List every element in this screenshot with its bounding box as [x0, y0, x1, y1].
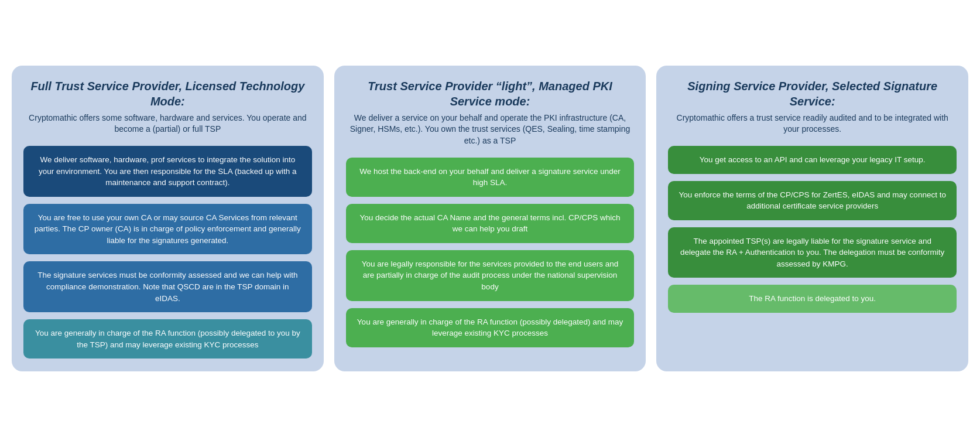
card-1-1: We deliver software, hardware, prof serv… [23, 146, 312, 197]
main-container: Full Trust Service Provider, Licensed Te… [12, 66, 968, 371]
card-1-3: The signature services must be conformit… [23, 261, 312, 312]
column-3-title: Signing Service Provider, Selected Signa… [668, 78, 957, 109]
card-2-2: You decide the actual CA Name and the ge… [346, 204, 635, 243]
card-3-1: You get access to an API and can leverag… [668, 146, 957, 174]
column-3-header: Signing Service Provider, Selected Signa… [668, 78, 957, 135]
column-1-header: Full Trust Service Provider, Licensed Te… [23, 78, 312, 135]
column-2-title: Trust Service Provider “light”, Managed … [346, 78, 635, 109]
card-2-1: We host the back-end on your behalf and … [346, 158, 635, 197]
column-1-title: Full Trust Service Provider, Licensed Te… [23, 78, 312, 109]
column-1-cards: We deliver software, hardware, prof serv… [23, 146, 312, 359]
card-3-2: You enforce the terms of the CP/CPS for … [668, 181, 957, 220]
column-2-desc: We deliver a service on your behalf and … [346, 112, 635, 147]
card-1-2: You are free to use your own CA or may s… [23, 204, 312, 255]
column-2: Trust Service Provider “light”, Managed … [334, 66, 646, 371]
column-3-cards: You get access to an API and can leverag… [668, 146, 957, 313]
column-2-header: Trust Service Provider “light”, Managed … [346, 78, 635, 147]
card-3-3: The appointed TSP(s) are legally liable … [668, 227, 957, 278]
column-1-desc: Cryptomathic offers some software, hardw… [23, 112, 312, 135]
column-1: Full Trust Service Provider, Licensed Te… [12, 66, 324, 371]
column-3-desc: Cryptomathic offers a trust service read… [668, 112, 957, 135]
card-2-3: You are legally responsible for the serv… [346, 250, 635, 301]
column-3: Signing Service Provider, Selected Signa… [656, 66, 968, 371]
card-2-4: You are generally in charge of the RA fu… [346, 308, 635, 347]
card-3-4: The RA function is delegated to you. [668, 285, 957, 313]
column-2-cards: We host the back-end on your behalf and … [346, 158, 635, 347]
card-1-4: You are generally in charge of the RA fu… [23, 319, 312, 359]
